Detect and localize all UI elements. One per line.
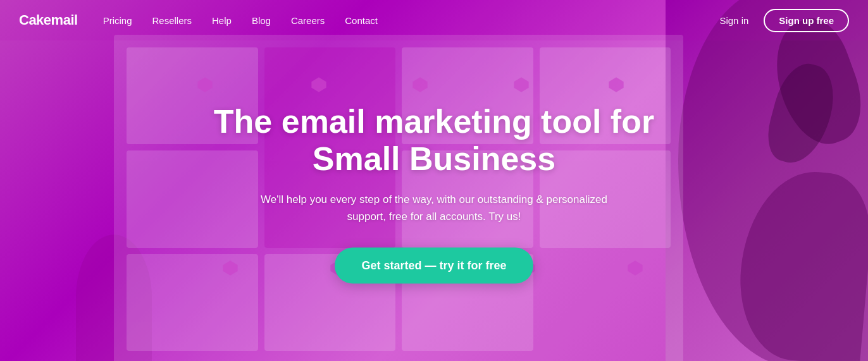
- cta-button[interactable]: Get started — try it for free: [335, 248, 533, 284]
- nav-pricing[interactable]: Pricing: [103, 15, 132, 26]
- svg-marker-3: [514, 77, 528, 92]
- nav-help[interactable]: Help: [212, 15, 232, 26]
- svg-marker-2: [412, 77, 427, 92]
- hero-title: The email marketing tool for Small Busin…: [213, 102, 655, 178]
- svg-marker-4: [609, 77, 623, 92]
- nav-careers[interactable]: Careers: [291, 15, 325, 26]
- nav-links: Pricing Resellers Help Blog Careers Cont…: [103, 15, 720, 26]
- nav-contact[interactable]: Contact: [345, 15, 378, 26]
- hero-wrapper: Cakemail Pricing Resellers Help Blog Car…: [0, 0, 868, 361]
- sign-up-button[interactable]: Sign up free: [764, 9, 849, 32]
- hero-subtitle: We'll help you every step of the way, wi…: [257, 191, 611, 225]
- gem-icon-5: [607, 76, 625, 94]
- gem-icon-3: [411, 76, 429, 94]
- nav-right: Sign in Sign up free: [719, 9, 849, 32]
- hero-title-line2: Small Business: [313, 140, 555, 177]
- sign-in-link[interactable]: Sign in: [719, 15, 748, 26]
- hero-title-line1: The email marketing tool for: [214, 102, 654, 139]
- gem-icon-4: [512, 76, 530, 94]
- navbar: Cakemail Pricing Resellers Help Blog Car…: [0, 0, 868, 40]
- hero-content: The email marketing tool for Small Busin…: [213, 102, 655, 284]
- svg-marker-1: [311, 77, 326, 92]
- nav-blog[interactable]: Blog: [252, 15, 271, 26]
- gem-icon-1: [196, 76, 214, 94]
- plant-decoration: [666, 0, 868, 361]
- nav-resellers[interactable]: Resellers: [152, 15, 192, 26]
- logo[interactable]: Cakemail: [19, 12, 78, 28]
- svg-marker-0: [197, 77, 212, 92]
- gem-icon-2: [310, 76, 328, 94]
